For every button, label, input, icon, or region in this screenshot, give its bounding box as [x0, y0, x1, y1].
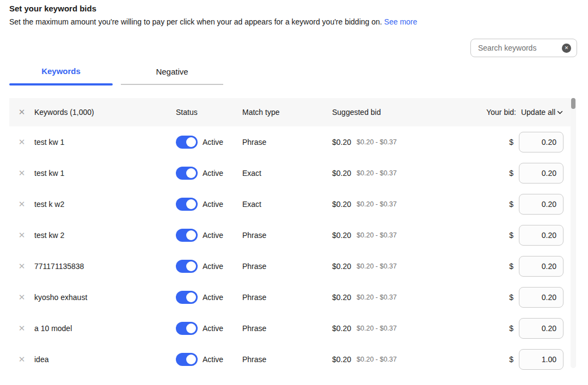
remove-keyword-icon[interactable]: ✕ — [19, 261, 26, 271]
table-row: ✕ test kw 1 Active Exact $0.20 $0.20 - $… — [9, 157, 571, 188]
scrollbar-thumb[interactable] — [571, 98, 575, 109]
bid-input[interactable] — [519, 256, 564, 277]
suggested-bid-range: $0.20 - $0.37 — [357, 231, 397, 239]
suggested-bid-range: $0.20 - $0.37 — [357, 325, 397, 332]
keywords-table: ✕ Keywords (1,000) Status Match type Sug… — [9, 98, 571, 375]
status-toggle[interactable] — [176, 136, 198, 149]
status-toggle[interactable] — [176, 167, 198, 180]
remove-keyword-icon[interactable]: ✕ — [19, 323, 26, 333]
subtitle-text: Set the maximum amount you're willing to… — [9, 17, 382, 26]
toggle-knob — [186, 261, 196, 271]
currency-symbol: $ — [509, 324, 513, 333]
header-match-type: Match type — [242, 108, 279, 117]
search-input[interactable] — [478, 44, 562, 52]
toggle-knob — [186, 230, 196, 240]
suggested-bid-value: $0.20 — [332, 231, 351, 240]
bid-input[interactable] — [519, 132, 564, 152]
status-toggle[interactable] — [176, 229, 198, 242]
keyword-label: idea — [34, 355, 48, 364]
status-label: Active — [203, 138, 223, 146]
status-label: Active — [203, 200, 223, 209]
remove-keyword-icon[interactable]: ✕ — [19, 168, 26, 178]
table-header-row: ✕ Keywords (1,000) Status Match type Sug… — [9, 98, 571, 126]
status-toggle[interactable] — [176, 260, 198, 273]
keyword-label: 771171135838 — [34, 262, 84, 271]
bid-input[interactable] — [519, 287, 564, 308]
status-label: Active — [203, 355, 223, 364]
match-type-label: Phrase — [242, 231, 266, 240]
bid-input[interactable] — [519, 318, 564, 339]
table-row: ✕ test kw 2 Active Phrase $0.20 $0.20 - … — [9, 219, 571, 250]
status-label: Active — [203, 324, 223, 333]
currency-symbol: $ — [509, 262, 513, 271]
bid-input[interactable] — [519, 349, 564, 370]
match-type-label: Exact — [242, 200, 261, 209]
remove-all-icon[interactable]: ✕ — [19, 107, 26, 117]
tab-keywords-label: Keywords — [9, 66, 113, 83]
toggle-knob — [186, 199, 196, 209]
tab-negative[interactable]: Negative — [121, 67, 223, 85]
suggested-bid-value: $0.20 — [332, 262, 351, 271]
table-row: ✕ kyosho exhaust Active Phrase $0.20 $0.… — [9, 282, 571, 313]
suggested-bid-value: $0.20 — [332, 169, 351, 178]
status-toggle[interactable] — [176, 291, 198, 304]
remove-keyword-icon[interactable]: ✕ — [19, 199, 26, 209]
match-type-label: Phrase — [242, 324, 266, 333]
currency-symbol: $ — [509, 355, 513, 364]
table-row: ✕ idea Active Phrase $0.20 $0.20 - $0.37… — [9, 344, 571, 375]
match-type-label: Phrase — [242, 293, 266, 302]
suggested-bid-range: $0.20 - $0.37 — [357, 294, 397, 301]
match-type-label: Phrase — [242, 355, 266, 364]
keyword-label: test kw 2 — [34, 231, 64, 240]
remove-keyword-icon[interactable]: ✕ — [19, 230, 26, 240]
status-toggle[interactable] — [176, 353, 198, 366]
status-toggle[interactable] — [176, 322, 198, 335]
update-all-label: Update all — [521, 108, 555, 117]
currency-symbol: $ — [509, 169, 513, 178]
tab-keywords-underline — [9, 83, 113, 85]
bid-input[interactable] — [519, 194, 564, 215]
suggested-bid-range: $0.20 - $0.37 — [357, 200, 397, 208]
page-subtitle: Set the maximum amount you're willing to… — [9, 17, 417, 26]
table-row: ✕ test kw 1 Active Phrase $0.20 $0.20 - … — [9, 126, 571, 157]
match-type-label: Exact — [242, 169, 261, 178]
tab-negative-label: Negative — [121, 67, 223, 84]
toggle-knob — [186, 355, 196, 364]
table-row: ✕ test k w2 Active Exact $0.20 $0.20 - $… — [9, 188, 571, 219]
chevron-down-icon — [556, 108, 564, 117]
currency-symbol: $ — [509, 293, 513, 302]
bid-input[interactable] — [519, 163, 564, 184]
currency-symbol: $ — [509, 200, 513, 209]
toggle-knob — [186, 323, 196, 333]
keyword-label: kyosho exhaust — [34, 293, 87, 302]
tab-keywords[interactable]: Keywords — [9, 66, 113, 85]
toggle-knob — [186, 137, 196, 147]
remove-keyword-icon[interactable]: ✕ — [19, 355, 26, 364]
status-label: Active — [203, 231, 223, 240]
search-keywords-box[interactable]: ✕ — [470, 39, 577, 57]
match-type-label: Phrase — [242, 138, 266, 146]
suggested-bid-range: $0.20 - $0.37 — [357, 138, 397, 146]
toggle-knob — [186, 168, 196, 178]
suggested-bid-value: $0.20 — [332, 355, 351, 364]
table-scrollbar[interactable] — [571, 98, 576, 368]
toggle-knob — [186, 292, 196, 302]
table-row: ✕ a 10 model Active Phrase $0.20 $0.20 -… — [9, 313, 571, 344]
status-toggle[interactable] — [176, 198, 198, 211]
keyword-label: test k w2 — [34, 200, 64, 209]
suggested-bid-value: $0.20 — [332, 324, 351, 333]
status-label: Active — [203, 293, 223, 302]
bid-input[interactable] — [519, 225, 564, 246]
keyword-bids-page: Set your keyword bids Set the maximum am… — [0, 0, 588, 385]
table-row: ✕ 771171135838 Active Phrase $0.20 $0.20… — [9, 250, 571, 282]
match-type-label: Phrase — [242, 262, 266, 271]
remove-keyword-icon[interactable]: ✕ — [19, 292, 26, 302]
remove-keyword-icon[interactable]: ✕ — [19, 137, 26, 147]
keyword-label: test kw 1 — [34, 169, 64, 178]
header-suggested-bid: Suggested bid — [332, 108, 381, 117]
update-all-dropdown[interactable]: Update all — [521, 108, 564, 117]
clear-search-icon[interactable]: ✕ — [562, 44, 571, 53]
header-status: Status — [176, 108, 198, 117]
suggested-bid-range: $0.20 - $0.37 — [357, 262, 397, 270]
see-more-link[interactable]: See more — [384, 17, 418, 26]
